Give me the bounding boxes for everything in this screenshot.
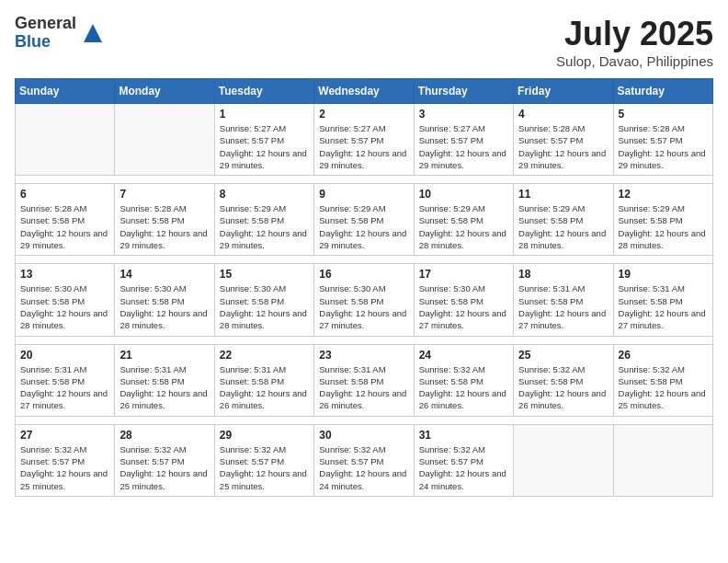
day-number: 5 bbox=[619, 108, 708, 121]
day-info: Sunrise: 5:28 AM Sunset: 5:58 PM Dayligh… bbox=[119, 202, 209, 251]
day-info: Sunrise: 5:27 AM Sunset: 5:57 PM Dayligh… bbox=[319, 122, 408, 171]
day-info: Sunrise: 5:31 AM Sunset: 5:58 PM Dayligh… bbox=[119, 363, 209, 412]
day-number: 20 bbox=[20, 349, 109, 362]
day-number: 2 bbox=[319, 108, 408, 121]
week-spacer-row bbox=[16, 416, 713, 424]
calendar-day-cell: 25Sunrise: 5:32 AM Sunset: 5:58 PM Dayli… bbox=[514, 344, 613, 416]
day-number: 27 bbox=[20, 429, 109, 442]
day-number: 25 bbox=[518, 349, 608, 362]
calendar-day-cell: 19Sunrise: 5:31 AM Sunset: 5:58 PM Dayli… bbox=[613, 264, 712, 336]
day-number: 18 bbox=[518, 268, 608, 281]
day-number: 10 bbox=[419, 188, 508, 201]
month-year-title: July 2025 bbox=[556, 15, 713, 53]
day-info: Sunrise: 5:29 AM Sunset: 5:58 PM Dayligh… bbox=[220, 202, 309, 251]
calendar-day-cell: 18Sunrise: 5:31 AM Sunset: 5:58 PM Dayli… bbox=[514, 264, 613, 336]
calendar-day-cell: 13Sunrise: 5:30 AM Sunset: 5:58 PM Dayli… bbox=[16, 264, 115, 336]
calendar-day-cell: 31Sunrise: 5:32 AM Sunset: 5:57 PM Dayli… bbox=[414, 424, 513, 496]
day-number: 7 bbox=[119, 188, 209, 201]
day-info: Sunrise: 5:32 AM Sunset: 5:57 PM Dayligh… bbox=[419, 443, 508, 492]
week-spacer-cell bbox=[16, 176, 713, 184]
day-number: 11 bbox=[518, 188, 608, 201]
weekday-header: Saturday bbox=[613, 79, 712, 104]
day-number: 19 bbox=[619, 268, 708, 281]
day-number: 6 bbox=[20, 188, 109, 201]
calendar-day-cell: 3Sunrise: 5:27 AM Sunset: 5:57 PM Daylig… bbox=[414, 104, 513, 176]
week-spacer-row bbox=[16, 336, 713, 344]
calendar-day-cell: 17Sunrise: 5:30 AM Sunset: 5:58 PM Dayli… bbox=[414, 264, 513, 336]
calendar-week-row: 20Sunrise: 5:31 AM Sunset: 5:58 PM Dayli… bbox=[16, 344, 713, 416]
day-number: 15 bbox=[220, 268, 309, 281]
title-section: July 2025 Sulop, Davao, Philippines bbox=[556, 15, 713, 69]
calendar-day-cell: 4Sunrise: 5:28 AM Sunset: 5:57 PM Daylig… bbox=[514, 104, 613, 176]
day-info: Sunrise: 5:31 AM Sunset: 5:58 PM Dayligh… bbox=[220, 363, 309, 412]
calendar-week-row: 6Sunrise: 5:28 AM Sunset: 5:58 PM Daylig… bbox=[16, 184, 713, 256]
calendar-day-cell bbox=[115, 104, 214, 176]
page-header: General Blue July 2025 Sulop, Davao, Phi… bbox=[15, 15, 713, 69]
day-info: Sunrise: 5:31 AM Sunset: 5:58 PM Dayligh… bbox=[20, 363, 109, 412]
day-info: Sunrise: 5:30 AM Sunset: 5:58 PM Dayligh… bbox=[20, 282, 109, 331]
day-info: Sunrise: 5:28 AM Sunset: 5:57 PM Dayligh… bbox=[518, 122, 608, 171]
week-spacer-cell bbox=[16, 336, 713, 344]
location-subtitle: Sulop, Davao, Philippines bbox=[556, 53, 713, 69]
calendar-day-cell: 20Sunrise: 5:31 AM Sunset: 5:58 PM Dayli… bbox=[16, 344, 115, 416]
logo-text: General Blue bbox=[15, 15, 76, 52]
weekday-header: Friday bbox=[514, 79, 613, 104]
day-number: 16 bbox=[319, 268, 408, 281]
week-spacer-cell bbox=[16, 256, 713, 264]
calendar-day-cell: 28Sunrise: 5:32 AM Sunset: 5:57 PM Dayli… bbox=[115, 424, 214, 496]
day-number: 14 bbox=[119, 268, 209, 281]
calendar-table: SundayMondayTuesdayWednesdayThursdayFrid… bbox=[15, 78, 713, 497]
day-number: 13 bbox=[20, 268, 109, 281]
day-info: Sunrise: 5:31 AM Sunset: 5:58 PM Dayligh… bbox=[518, 282, 608, 331]
day-info: Sunrise: 5:30 AM Sunset: 5:58 PM Dayligh… bbox=[419, 282, 508, 331]
calendar-header-row: SundayMondayTuesdayWednesdayThursdayFrid… bbox=[16, 79, 713, 104]
day-info: Sunrise: 5:29 AM Sunset: 5:58 PM Dayligh… bbox=[619, 202, 708, 251]
day-number: 31 bbox=[419, 429, 508, 442]
day-number: 29 bbox=[220, 429, 309, 442]
logo-icon bbox=[80, 20, 106, 46]
calendar-day-cell: 21Sunrise: 5:31 AM Sunset: 5:58 PM Dayli… bbox=[115, 344, 214, 416]
day-info: Sunrise: 5:29 AM Sunset: 5:58 PM Dayligh… bbox=[518, 202, 608, 251]
day-info: Sunrise: 5:27 AM Sunset: 5:57 PM Dayligh… bbox=[419, 122, 508, 171]
day-number: 30 bbox=[319, 429, 408, 442]
calendar-week-row: 1Sunrise: 5:27 AM Sunset: 5:57 PM Daylig… bbox=[16, 104, 713, 176]
calendar-day-cell: 14Sunrise: 5:30 AM Sunset: 5:58 PM Dayli… bbox=[115, 264, 214, 336]
day-info: Sunrise: 5:30 AM Sunset: 5:58 PM Dayligh… bbox=[119, 282, 209, 331]
calendar-day-cell: 26Sunrise: 5:32 AM Sunset: 5:58 PM Dayli… bbox=[613, 344, 712, 416]
week-spacer-row bbox=[16, 256, 713, 264]
calendar-day-cell: 8Sunrise: 5:29 AM Sunset: 5:58 PM Daylig… bbox=[214, 184, 313, 256]
logo: General Blue bbox=[15, 15, 106, 52]
day-info: Sunrise: 5:32 AM Sunset: 5:58 PM Dayligh… bbox=[518, 363, 608, 412]
week-spacer-cell bbox=[16, 416, 713, 424]
day-info: Sunrise: 5:32 AM Sunset: 5:58 PM Dayligh… bbox=[619, 363, 708, 412]
calendar-day-cell bbox=[16, 104, 115, 176]
day-number: 9 bbox=[319, 188, 408, 201]
day-info: Sunrise: 5:29 AM Sunset: 5:58 PM Dayligh… bbox=[419, 202, 508, 251]
calendar-day-cell: 11Sunrise: 5:29 AM Sunset: 5:58 PM Dayli… bbox=[514, 184, 613, 256]
calendar-day-cell: 30Sunrise: 5:32 AM Sunset: 5:57 PM Dayli… bbox=[314, 424, 414, 496]
day-number: 3 bbox=[419, 108, 508, 121]
calendar-day-cell: 24Sunrise: 5:32 AM Sunset: 5:58 PM Dayli… bbox=[414, 344, 513, 416]
calendar-day-cell: 23Sunrise: 5:31 AM Sunset: 5:58 PM Dayli… bbox=[314, 344, 414, 416]
weekday-header: Wednesday bbox=[314, 79, 414, 104]
calendar-week-row: 13Sunrise: 5:30 AM Sunset: 5:58 PM Dayli… bbox=[16, 264, 713, 336]
week-spacer-row bbox=[16, 176, 713, 184]
calendar-day-cell: 29Sunrise: 5:32 AM Sunset: 5:57 PM Dayli… bbox=[214, 424, 313, 496]
calendar-day-cell: 27Sunrise: 5:32 AM Sunset: 5:57 PM Dayli… bbox=[16, 424, 115, 496]
day-number: 1 bbox=[220, 108, 309, 121]
day-number: 22 bbox=[220, 349, 309, 362]
day-info: Sunrise: 5:31 AM Sunset: 5:58 PM Dayligh… bbox=[619, 282, 708, 331]
calendar-week-row: 27Sunrise: 5:32 AM Sunset: 5:57 PM Dayli… bbox=[16, 424, 713, 496]
calendar-day-cell bbox=[514, 424, 613, 496]
calendar-day-cell: 22Sunrise: 5:31 AM Sunset: 5:58 PM Dayli… bbox=[214, 344, 313, 416]
day-info: Sunrise: 5:32 AM Sunset: 5:58 PM Dayligh… bbox=[419, 363, 508, 412]
calendar-day-cell: 9Sunrise: 5:29 AM Sunset: 5:58 PM Daylig… bbox=[314, 184, 414, 256]
calendar-day-cell: 2Sunrise: 5:27 AM Sunset: 5:57 PM Daylig… bbox=[314, 104, 414, 176]
day-number: 24 bbox=[419, 349, 508, 362]
calendar-day-cell bbox=[613, 424, 712, 496]
day-info: Sunrise: 5:32 AM Sunset: 5:57 PM Dayligh… bbox=[119, 443, 209, 492]
day-number: 26 bbox=[619, 349, 708, 362]
svg-marker-0 bbox=[84, 24, 102, 42]
day-number: 23 bbox=[319, 349, 408, 362]
calendar-day-cell: 16Sunrise: 5:30 AM Sunset: 5:58 PM Dayli… bbox=[314, 264, 414, 336]
